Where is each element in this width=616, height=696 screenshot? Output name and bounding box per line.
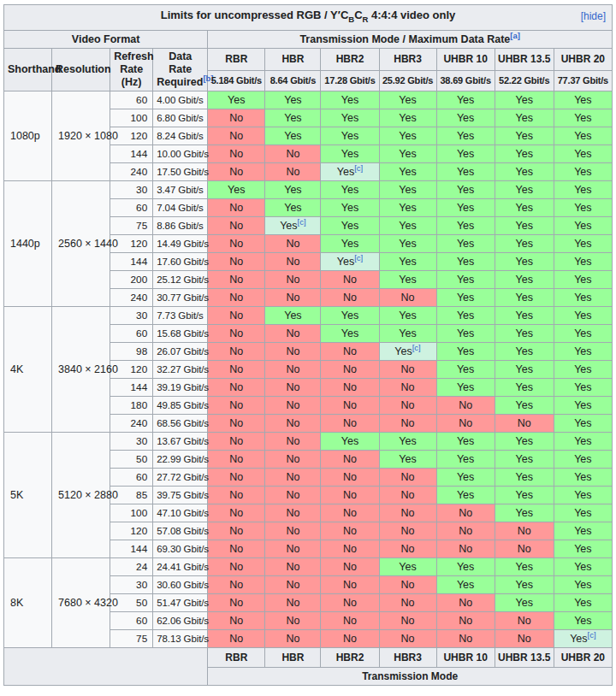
support-cell-hbr: No — [265, 432, 321, 450]
support-cell-uhbr-10: Yes — [436, 180, 495, 198]
support-cell-uhbr-10: Yes — [436, 270, 495, 288]
support-cell-uhbr-10: No — [436, 522, 495, 540]
data-rate-cell: 4.00 Gbit/s — [153, 91, 208, 109]
refresh-rate-cell: 60 — [110, 324, 153, 342]
support-cell-uhbr-10: Yes — [436, 575, 495, 593]
support-cell-uhbr-10: Yes — [436, 306, 495, 324]
support-cell-hbr: No — [265, 342, 321, 360]
shorthand-cell: 1080p — [4, 91, 52, 180]
support-cell-hbr3: Yes — [379, 270, 436, 288]
shorthand-cell: 1440p — [4, 180, 52, 306]
support-cell-hbr2: No — [321, 540, 379, 557]
support-cell-uhbr-10: Yes — [436, 216, 495, 234]
support-cell-hbr: No — [265, 504, 321, 522]
support-cell-hbr3: No — [379, 396, 436, 414]
support-cell-uhbr-20: Yes — [554, 270, 612, 288]
support-cell-hbr2: Yes[c] — [321, 162, 379, 180]
title-row: Limits for uncompressed RGB / Y′CBCR 4:4… — [4, 5, 613, 31]
note-c-link[interactable]: [c] — [588, 629, 596, 639]
support-cell-hbr: Yes[c] — [265, 216, 321, 234]
support-cell-hbr2: Yes — [321, 324, 379, 342]
refresh-rate-cell: 144 — [110, 145, 153, 162]
note-c-link[interactable]: [c] — [354, 162, 363, 172]
note-c-link[interactable]: [c] — [412, 342, 421, 351]
yes-label: Yes — [570, 633, 587, 645]
support-cell-uhbr-13-5: Yes — [495, 378, 554, 396]
table-row: 5K5120 × 28803013.67 Gbit/sNoNoYesYesYes… — [4, 432, 613, 450]
support-cell-rbr: No — [208, 575, 265, 593]
support-cell-uhbr-13-5: Yes — [495, 396, 554, 414]
support-cell-uhbr-20: Yes — [554, 252, 612, 270]
mode-header-hbr3: HBR3 — [379, 48, 436, 70]
col-header-shorthand: Shorthand — [4, 48, 52, 91]
refresh-rate-cell: 180 — [110, 396, 153, 414]
support-cell-uhbr-10: Yes — [436, 360, 495, 378]
transmission-mode-header: Transmission Mode / Maximum Data Rate[a] — [208, 30, 613, 48]
support-cell-rbr: No — [208, 288, 265, 306]
mode-max-rate: 8.64 Gbit/s — [265, 70, 321, 91]
note-c-link[interactable]: [c] — [354, 252, 363, 262]
data-rate-cell: 39.75 Gbit/s — [153, 486, 208, 504]
support-cell-hbr: No — [265, 396, 321, 414]
data-rate-cell: 17.50 Gbit/s — [153, 162, 208, 180]
mode-header-hbr: HBR — [265, 48, 321, 70]
hide-link[interactable]: [hide] — [581, 9, 606, 23]
support-cell-hbr3: Yes — [379, 109, 436, 127]
mode-header-uhbr-20: UHBR 20 — [554, 48, 612, 70]
support-cell-uhbr-10: Yes — [436, 468, 495, 486]
support-cell-hbr2: No — [321, 486, 379, 504]
note-a-link[interactable]: [a] — [510, 30, 520, 39]
support-cell-rbr: No — [208, 270, 265, 288]
mode-header-uhbr-10: UHBR 10 — [436, 48, 495, 70]
note-c-link[interactable]: [c] — [298, 216, 306, 226]
data-rate-cell: 7.04 Gbit/s — [153, 198, 208, 216]
support-cell-rbr: No — [208, 109, 265, 127]
refresh-rate-cell: 240 — [110, 288, 153, 306]
data-rate-cell: 15.68 Gbit/s — [153, 324, 208, 342]
data-rate-cell: 22.99 Gbit/s — [153, 450, 208, 468]
support-cell-hbr3: Yes — [379, 234, 436, 252]
support-cell-hbr3: Yes — [379, 252, 436, 270]
support-cell-uhbr-20: Yes — [554, 540, 612, 557]
support-cell-rbr: No — [208, 306, 265, 324]
support-cell-uhbr-13-5: Yes — [495, 162, 554, 180]
support-cell-hbr2: Yes — [321, 91, 379, 109]
support-cell-hbr2: Yes — [321, 145, 379, 162]
support-cell-uhbr-10: Yes — [436, 162, 495, 180]
support-cell-uhbr-10: Yes — [436, 145, 495, 162]
refresh-rate-cell: 50 — [110, 450, 153, 468]
support-cell-rbr: No — [208, 342, 265, 360]
support-cell-uhbr-10: No — [436, 611, 495, 629]
support-cell-uhbr-13-5: No — [495, 414, 554, 432]
support-cell-uhbr-20: Yes — [554, 486, 612, 504]
support-cell-hbr2: No — [321, 593, 379, 611]
support-cell-hbr3: No — [379, 288, 436, 306]
support-cell-hbr2: Yes — [321, 198, 379, 216]
support-cell-rbr: No — [208, 324, 265, 342]
footer-mode-header-hbr3: HBR3 — [379, 647, 436, 667]
support-cell-rbr: No — [208, 216, 265, 234]
support-cell-hbr3: No — [379, 414, 436, 432]
yes-label: Yes — [337, 166, 354, 178]
support-cell-rbr: No — [208, 557, 265, 575]
yes-label: Yes — [394, 345, 412, 357]
video-limits-table: Limits for uncompressed RGB / Y′CBCR 4:4… — [3, 4, 613, 686]
support-cell-uhbr-13-5: Yes — [495, 557, 554, 575]
support-cell-hbr: No — [265, 540, 321, 557]
support-cell-rbr: No — [208, 145, 265, 162]
support-cell-hbr3: No — [379, 593, 436, 611]
support-cell-uhbr-10: Yes — [436, 127, 495, 145]
support-cell-hbr2: No — [321, 378, 379, 396]
support-cell-hbr3: No — [379, 360, 436, 378]
support-cell-uhbr-20: Yes — [554, 216, 612, 234]
support-cell-uhbr-13-5: Yes — [495, 216, 554, 234]
refresh-rate-cell: 100 — [110, 504, 153, 522]
support-cell-hbr3: Yes — [379, 324, 436, 342]
support-cell-uhbr-10: Yes — [436, 378, 495, 396]
data-rate-cell: 32.27 Gbit/s — [153, 360, 208, 378]
data-rate-cell: 7.73 Gbit/s — [153, 306, 208, 324]
group-header-row: Video Format Transmission Mode / Maximum… — [4, 30, 613, 48]
table-row: 4K3840 × 2160307.73 Gbit/sNoYesYesYesYes… — [4, 306, 613, 324]
support-cell-hbr2: No — [321, 468, 379, 486]
footer-mode-header-uhbr-13-5: UHBR 13.5 — [495, 647, 554, 667]
